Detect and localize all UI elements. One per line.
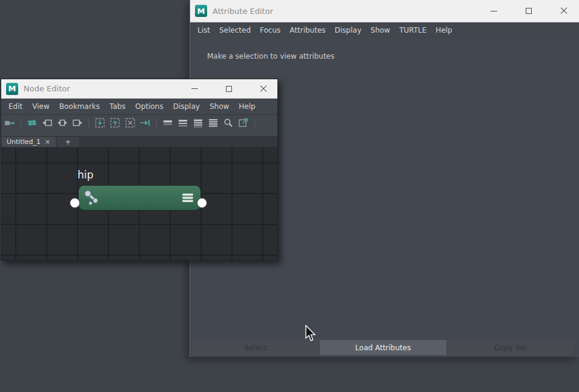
toolbar-separator [156,118,157,128]
node-input-socket[interactable] [70,198,80,208]
mouse-cursor-icon [305,325,318,343]
close-icon[interactable] [257,82,270,96]
clear-graph-icon[interactable] [125,117,136,128]
menu-selected[interactable]: Selected [219,26,251,34]
add-tab-button[interactable]: + [57,137,79,147]
toolbar-separator [88,118,89,128]
maya-logo-icon: M [195,5,207,17]
toolbar-separator [254,118,255,128]
show-connected-attributes-icon[interactable] [177,117,188,128]
menu-help[interactable]: Help [435,26,452,34]
output-connections-icon[interactable] [72,117,83,128]
attribute-editor-titlebar[interactable]: M Attribute Editor [190,0,579,22]
toolbar-separator [21,118,21,128]
menu-attributes[interactable]: Attributes [290,26,325,34]
input-connections-icon[interactable] [42,117,53,128]
close-icon[interactable] [557,4,571,18]
search-icon[interactable] [223,117,234,128]
joint-icon [83,189,100,207]
menu-view[interactable]: View [32,102,49,111]
toolbar-spacer [1,131,277,136]
create-node-icon[interactable] [4,117,15,128]
input-output-connections-icon[interactable] [57,117,68,128]
attribute-editor-footer: Select Load Attributes Copy Tab [192,340,574,355]
add-to-graph-icon[interactable] [94,117,105,128]
maximize-icon[interactable] [222,82,236,96]
tab-untitled-1[interactable]: Untitled_1 × [1,137,56,147]
menu-list[interactable]: List [197,26,210,34]
select-button[interactable]: Select [192,340,319,355]
menu-help[interactable]: Help [239,102,255,111]
menu-tabs[interactable]: Tabs [110,102,126,111]
attribute-editor-title: Attribute Editor [213,7,273,16]
maya-desktop: M Attribute Editor List Selected Focus A… [0,0,579,392]
show-no-attributes-icon[interactable] [162,117,173,128]
node-output-socket[interactable] [197,198,207,208]
no-selection-message: Make a selection to view attributes [207,52,334,60]
window-controls [188,82,277,96]
node-editor-menubar: Edit View Bookmarks Tabs Options Display… [1,99,277,114]
copy-tab-button[interactable]: Copy Tab [447,340,574,355]
node-editor-canvas[interactable]: hip [1,147,277,260]
minimize-icon[interactable] [188,82,201,96]
load-attributes-button[interactable]: Load Attributes [320,340,447,355]
maya-logo-letter: M [197,7,205,16]
node-label: hip [78,169,93,181]
node-editor-tabbar: Untitled_1 × + [1,136,277,147]
minimize-icon[interactable] [487,4,500,18]
tab-label: Untitled_1 [7,138,41,146]
node-editor-titlebar[interactable]: M Node Editor [1,79,277,99]
open-in-window-icon[interactable] [238,117,249,128]
node-editor-title: Node Editor [24,84,70,93]
menu-display[interactable]: Display [335,26,362,34]
maya-logo-letter: M [8,84,16,93]
maya-logo-icon: M [6,83,18,95]
node-editor-toolbar [1,114,277,131]
menu-turtle[interactable]: TURTLE [399,26,426,34]
hip-joint-node[interactable] [78,185,201,211]
tab-close-icon[interactable]: × [45,138,50,146]
pin-selection-icon[interactable] [140,117,151,128]
menu-display[interactable]: Display [173,102,200,111]
sync-selection-icon[interactable] [27,117,38,128]
attribute-editor-menubar: List Selected Focus Attributes Display S… [190,22,579,38]
show-all-attributes-icon[interactable] [208,117,219,128]
attributes-grip-icon[interactable] [182,193,194,203]
node-editor-window: M Node Editor Edit View Bookmarks Tabs O… [1,79,278,261]
menu-bookmarks[interactable]: Bookmarks [59,102,100,111]
menu-options[interactable]: Options [135,102,163,111]
menu-edit[interactable]: Edit [8,102,22,111]
menu-show[interactable]: Show [210,102,229,111]
window-controls [487,4,579,18]
show-primary-attributes-icon[interactable] [193,117,203,128]
menu-focus[interactable]: Focus [260,26,280,34]
menu-show[interactable]: Show [371,26,390,34]
maximize-icon[interactable] [522,4,535,18]
remove-from-graph-icon[interactable] [110,117,121,128]
